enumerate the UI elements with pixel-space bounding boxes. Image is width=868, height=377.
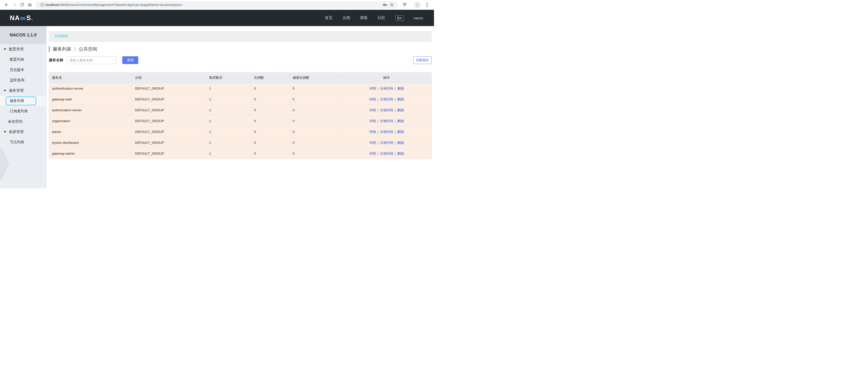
cluster-count-cell: 1 xyxy=(206,148,251,159)
service-table-body: authentication-serverDEFAULT_GROUP100详情|… xyxy=(49,83,432,159)
delete-link[interactable]: 删除 xyxy=(397,130,404,134)
action-separator: | xyxy=(377,151,378,156)
sample-code-link[interactable]: 示例代码 xyxy=(380,108,394,112)
sample-code-link[interactable]: 示例代码 xyxy=(380,151,394,156)
service-name-cell: gateway-admin xyxy=(49,148,132,159)
delete-link[interactable]: 删除 xyxy=(397,97,404,101)
header-operations: 操作 xyxy=(342,73,432,83)
sidebar-item-node-list[interactable]: 节点列表 xyxy=(0,137,46,147)
caret-down-icon xyxy=(4,90,6,92)
table-row: authorization-serverDEFAULT_GROUP100详情|示… xyxy=(49,105,432,116)
sidebar-item-subscriber-list[interactable]: 订阅者列表 xyxy=(0,106,46,116)
action-separator: | xyxy=(377,141,378,145)
nav-docs[interactable]: 文档 xyxy=(342,15,350,21)
reload-icon xyxy=(20,2,25,7)
sidebar-item-listener-query[interactable]: 监听查询 xyxy=(0,75,46,85)
sidebar-item-label: 历史版本 xyxy=(10,68,24,72)
actions-cell: 详情|示例代码|删除 xyxy=(342,127,432,137)
detail-link[interactable]: 详情 xyxy=(369,151,376,156)
breadcrumb[interactable]: 公共空间 xyxy=(54,34,68,38)
create-service-button[interactable]: 创建服务 xyxy=(413,56,432,64)
service-name-cell: admin xyxy=(49,127,132,137)
detail-link[interactable]: 详情 xyxy=(369,119,376,123)
nav-blog[interactable]: 博客 xyxy=(360,15,368,21)
service-name-cell: authorization-server xyxy=(49,105,132,116)
detail-link[interactable]: 详情 xyxy=(369,130,376,134)
sidebar-item-service-list[interactable]: 服务列表 xyxy=(0,96,46,106)
bookmark-button[interactable] xyxy=(388,2,395,8)
service-name-input[interactable] xyxy=(67,56,117,64)
nav-home[interactable]: 首页 xyxy=(325,15,333,21)
delete-link[interactable]: 删除 xyxy=(397,108,404,112)
delete-link[interactable]: 删除 xyxy=(397,87,404,90)
sidebar-item-label: 订阅者列表 xyxy=(10,109,28,114)
instance-count-cell: 0 xyxy=(251,105,289,116)
sample-code-link[interactable]: 示例代码 xyxy=(380,97,394,101)
sample-code-link[interactable]: 示例代码 xyxy=(380,130,394,134)
sidebar-version: NACOS 1.1.0 xyxy=(0,26,46,44)
sidebar-group-cluster-management[interactable]: 集群管理 xyxy=(0,127,46,137)
reload-button[interactable] xyxy=(18,1,26,9)
sample-code-link[interactable]: 示例代码 xyxy=(380,87,394,90)
delete-link[interactable]: 删除 xyxy=(397,151,404,156)
instance-count-cell: 0 xyxy=(251,127,289,137)
service-name-cell: organization xyxy=(49,116,132,127)
action-separator: | xyxy=(395,97,396,101)
detail-link[interactable]: 详情 xyxy=(369,108,376,112)
sidebar-group-service-management[interactable]: 服务管理 xyxy=(0,85,46,96)
forward-button[interactable] xyxy=(10,1,18,9)
music-note-icon: ♪ xyxy=(416,3,418,7)
instance-count-cell: 0 xyxy=(251,116,289,127)
delete-link[interactable]: 删除 xyxy=(397,141,404,145)
sample-code-link[interactable]: 示例代码 xyxy=(380,141,394,145)
actions-cell: 详情|示例代码|删除 xyxy=(342,137,432,148)
sidebar-item-label: 配置列表 xyxy=(10,57,24,62)
detail-link[interactable]: 详情 xyxy=(369,141,376,145)
action-separator: | xyxy=(377,87,378,90)
service-name-cell: authentication-server xyxy=(49,83,132,94)
back-button[interactable] xyxy=(3,1,10,9)
sidebar-item-history-versions[interactable]: 历史版本 xyxy=(0,65,46,75)
healthy-count-cell: 0 xyxy=(289,94,341,105)
action-separator: | xyxy=(377,119,378,123)
table-row: adminDEFAULT_GROUP100详情|示例代码|删除 xyxy=(49,127,432,137)
passwords-button[interactable] xyxy=(381,2,388,8)
nacos-logo[interactable]: NA∞S. xyxy=(10,14,33,22)
instance-count-cell: 0 xyxy=(251,83,289,94)
current-user[interactable]: nacos xyxy=(413,16,423,20)
browser-toolbar: localhost:8848/nacos/#/serviceManagement… xyxy=(0,0,434,10)
service-table: 服务名 分组 集群数目 实例数 健康实例数 操作 authentication-… xyxy=(49,72,432,159)
detail-link[interactable]: 详情 xyxy=(369,97,376,101)
table-row: authentication-serverDEFAULT_GROUP100详情|… xyxy=(49,83,432,94)
sidebar-group-config-management[interactable]: 配置管理 xyxy=(0,44,46,55)
music-extension-button[interactable]: ♪ xyxy=(414,2,421,8)
header-cluster-count: 集群数目 xyxy=(206,73,251,83)
healthy-count-cell: 0 xyxy=(289,148,341,159)
table-header-row: 服务名 分组 集群数目 实例数 健康实例数 操作 xyxy=(49,73,432,83)
nav-community[interactable]: 社区 xyxy=(378,15,385,21)
actions-cell: 详情|示例代码|删除 xyxy=(342,94,432,105)
service-name-label: 服务名称 xyxy=(49,58,63,63)
header-healthy-count: 健康实例数 xyxy=(289,73,341,83)
app-nav: 首页 文档 博客 社区 En nacos xyxy=(325,15,423,21)
sidebar-item-config-list[interactable]: 配置列表 xyxy=(0,55,46,65)
browser-menu-button[interactable] xyxy=(423,1,431,9)
url-text[interactable]: localhost:8848/nacos/#/serviceManagement… xyxy=(45,3,381,7)
sidebar-item-namespace[interactable]: 命名空间 xyxy=(0,116,46,127)
site-info-button[interactable] xyxy=(39,2,45,8)
query-button[interactable]: 查询 xyxy=(122,56,138,64)
cluster-count-cell: 1 xyxy=(206,105,251,116)
title-accent-bar xyxy=(49,46,50,52)
info-icon xyxy=(40,3,44,7)
action-separator: | xyxy=(395,119,396,123)
language-toggle[interactable]: En xyxy=(395,15,404,21)
home-button[interactable] xyxy=(26,1,34,9)
delete-link[interactable]: 删除 xyxy=(397,119,404,123)
main-content: 公共空间 服务列表 | 公共空间 服务名称 查询 创建服务 服务名 分组 集群 xyxy=(46,26,434,188)
address-bar[interactable]: localhost:8848/nacos/#/serviceManagement… xyxy=(36,1,398,8)
table-row: gateway-adminDEFAULT_GROUP100详情|示例代码|删除 xyxy=(49,148,432,159)
sample-code-link[interactable]: 示例代码 xyxy=(380,119,394,123)
detail-link[interactable]: 详情 xyxy=(369,87,376,90)
vue-devtools-button[interactable] xyxy=(401,1,408,9)
logo-text-suffix: S xyxy=(26,14,31,22)
